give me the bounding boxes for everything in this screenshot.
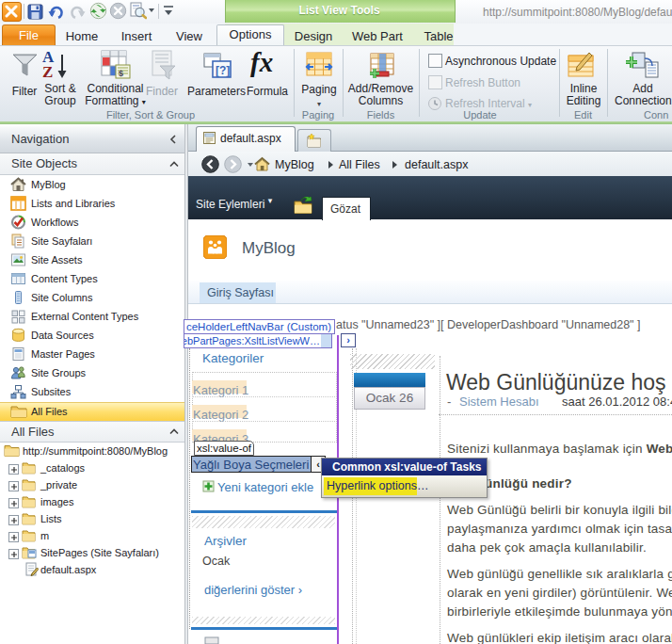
svg-text:[?]: [?] bbox=[216, 64, 230, 77]
